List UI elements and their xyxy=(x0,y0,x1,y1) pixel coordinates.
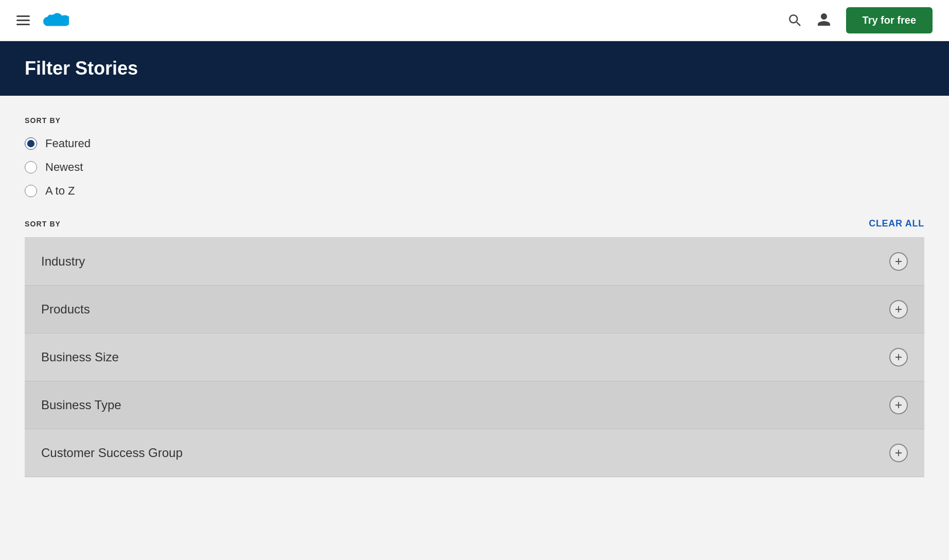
filter-accordion: Industry Products Business Size xyxy=(25,237,924,477)
hamburger-menu-icon[interactable] xyxy=(16,15,30,25)
accordion-business-size-label: Business Size xyxy=(41,350,119,364)
sort-newest-radio[interactable] xyxy=(25,161,37,173)
sort-featured-label: Featured xyxy=(45,137,91,150)
sort-radio-group: Featured Newest A to Z xyxy=(25,137,924,198)
sort-option-featured[interactable]: Featured xyxy=(25,137,924,150)
sort-newest-label: Newest xyxy=(45,161,83,174)
search-icon[interactable] xyxy=(786,12,802,29)
filter-by-header: SORT BY CLEAR ALL xyxy=(25,218,924,229)
accordion-business-type-label: Business Type xyxy=(41,398,121,412)
accordion-industry-expand-icon xyxy=(889,252,908,271)
sort-featured-radio[interactable] xyxy=(25,137,37,150)
accordion-item-business-type[interactable]: Business Type xyxy=(25,381,924,429)
accordion-item-customer-success-group[interactable]: Customer Success Group xyxy=(25,429,924,477)
accordion-products-expand-icon xyxy=(889,300,908,319)
accordion-customer-success-expand-icon xyxy=(889,444,908,462)
accordion-customer-success-label: Customer Success Group xyxy=(41,446,183,460)
sort-atoz-radio[interactable] xyxy=(25,185,37,197)
try-for-free-button[interactable]: Try for free xyxy=(846,7,933,33)
accordion-industry-label: Industry xyxy=(41,254,85,269)
accordion-business-size-expand-icon xyxy=(889,348,908,366)
accordion-products-label: Products xyxy=(41,302,90,317)
clear-all-button[interactable]: CLEAR ALL xyxy=(869,218,924,229)
accordion-item-products[interactable]: Products xyxy=(25,286,924,334)
main-content: SORT BY Featured Newest A to Z SORT BY C… xyxy=(0,96,949,498)
navbar-right: Try for free xyxy=(786,7,933,33)
filter-header-bar: Filter Stories xyxy=(0,41,949,96)
navbar: Try for free xyxy=(0,0,949,41)
page-title: Filter Stories xyxy=(25,58,924,79)
salesforce-logo[interactable] xyxy=(42,11,69,30)
navbar-left xyxy=(16,11,69,30)
sort-by-label: SORT BY xyxy=(25,116,924,125)
user-icon[interactable] xyxy=(816,12,832,29)
sort-atoz-label: A to Z xyxy=(45,184,75,198)
accordion-item-industry[interactable]: Industry xyxy=(25,238,924,286)
accordion-item-business-size[interactable]: Business Size xyxy=(25,334,924,381)
accordion-business-type-expand-icon xyxy=(889,396,908,414)
sort-option-atoz[interactable]: A to Z xyxy=(25,184,924,198)
sort-by-section: SORT BY Featured Newest A to Z xyxy=(25,116,924,198)
filter-by-label: SORT BY xyxy=(25,220,61,228)
sort-option-newest[interactable]: Newest xyxy=(25,161,924,174)
filter-by-section: SORT BY CLEAR ALL Industry Products xyxy=(25,218,924,477)
